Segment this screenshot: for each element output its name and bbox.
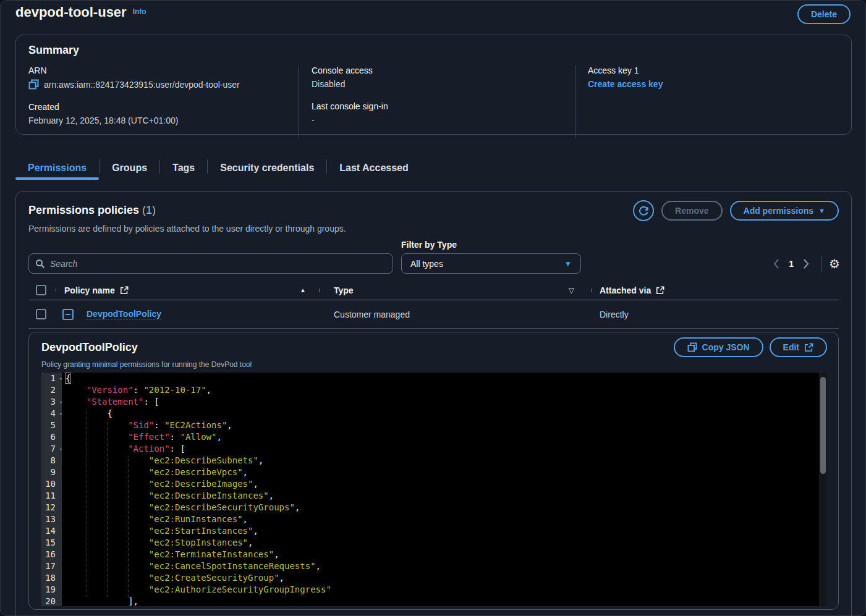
tab-tags[interactable]: Tags — [160, 156, 207, 180]
last-signin-label: Last console sign-in — [312, 101, 562, 111]
code-line: 15 "ec2:StopInstances", — [41, 537, 827, 549]
created-label: Created — [28, 102, 286, 112]
summary-col-1: ARN arn:aws:iam::824173423915:user/devpo… — [16, 65, 299, 138]
edit-label: Edit — [783, 342, 799, 352]
type-filter-value: All types — [410, 259, 443, 269]
code-line: 16 "ec2:TerminateInstances", — [41, 549, 827, 560]
indent-guide — [107, 421, 108, 597]
policies-table: Policy name ▲ Type ▽ Attached via — [28, 281, 839, 329]
console-access-value: Disabled — [312, 79, 562, 89]
type-filter-select[interactable]: All types ▼ — [401, 253, 581, 274]
page-title: devpod-tool-user — [15, 4, 127, 20]
code-line: 10 "ec2:DescribeImages", — [41, 478, 827, 490]
copy-json-label: Copy JSON — [702, 342, 750, 352]
tab-bar: PermissionsGroupsTagsSecurity credential… — [15, 156, 421, 180]
copy-json-button[interactable]: Copy JSON — [674, 337, 763, 357]
iam-user-page: devpod-tool-userInfo Delete Summary ARN … — [0, 0, 866, 616]
policy-detail-card: DevpodToolPolicy Policy granting minimal… — [28, 332, 839, 610]
code-line: 5 "Sid": "EC2Actions", — [41, 420, 827, 431]
attached-via-cell: Directly — [600, 310, 629, 319]
access-key-label: Access key 1 — [588, 65, 839, 75]
search-icon — [35, 259, 45, 269]
external-link-icon — [120, 286, 129, 295]
edit-button[interactable]: Edit — [770, 337, 827, 357]
permissions-policies-title: Permissions policies — [28, 204, 139, 216]
code-line: 17 "ec2:CancelSpotInstanceRequests", — [41, 560, 827, 572]
code-line: 3▾ "Statement": [ — [41, 396, 827, 408]
filter-by-type-label: Filter by Type — [401, 240, 457, 250]
code-line: 8 "ec2:DescribeSubnets", — [41, 455, 827, 466]
code-line: 13 "ec2:RunInstances", — [41, 513, 827, 525]
search-input[interactable] — [50, 259, 386, 269]
indent-guide — [87, 409, 87, 597]
add-permissions-button[interactable]: Add permissions ▼ — [730, 201, 839, 221]
tab-security-credentials[interactable]: Security credentials — [208, 156, 326, 180]
sort-ascending-icon[interactable]: ▲ — [300, 287, 306, 293]
tab-permissions[interactable]: Permissions — [15, 156, 99, 180]
fold-arrow-icon[interactable]: ▾ — [59, 408, 62, 420]
column-policy-name[interactable]: Policy name — [64, 285, 115, 295]
copy-arn-icon[interactable] — [28, 79, 39, 90]
column-attached-via[interactable]: Attached via — [600, 285, 651, 295]
policies-description: Permissions are defined by policies atta… — [28, 224, 346, 234]
next-page-button[interactable] — [799, 256, 813, 271]
chevron-down-icon: ▼ — [564, 259, 572, 268]
info-link[interactable]: Info — [133, 7, 146, 16]
sort-inactive-icon[interactable]: ▽ — [569, 286, 574, 295]
last-signin-value: - — [312, 115, 562, 125]
indent-guide — [128, 456, 129, 597]
scrollbar-thumb[interactable] — [820, 377, 826, 474]
console-access-label: Console access — [312, 65, 562, 75]
code-line: 12 "ec2:DescribeSecurityGroups", — [41, 502, 827, 513]
create-access-key-link[interactable]: Create access key — [588, 79, 663, 89]
code-line: 7▾ "Action": [ — [41, 443, 827, 455]
delete-button[interactable]: Delete — [797, 4, 851, 24]
code-line: 6 "Effect": "Allow", — [41, 431, 827, 443]
page-number[interactable]: 1 — [789, 259, 794, 269]
external-link-icon — [804, 343, 813, 352]
code-line: 1▾{ — [41, 373, 827, 384]
policies-count: (1) — [142, 204, 156, 216]
fold-arrow-icon[interactable]: ▾ — [59, 373, 62, 385]
refresh-icon — [639, 206, 649, 216]
summary-title: Summary — [16, 44, 851, 57]
editor-scrollbar[interactable] — [819, 373, 827, 606]
code-line: 4▾ { — [41, 408, 827, 420]
permissions-policies-card: Permissions policies (1) Permissions are… — [15, 191, 852, 616]
arn-label: ARN — [28, 65, 286, 75]
search-box[interactable] — [28, 253, 393, 274]
code-line: 14 "ec2:StartInstances", — [41, 525, 827, 537]
collapse-row-icon[interactable] — [62, 309, 74, 320]
code-line: 20 ], — [41, 596, 827, 606]
refresh-button[interactable] — [633, 200, 654, 221]
policy-detail-title: DevpodToolPolicy — [41, 341, 138, 354]
arn-value: arn:aws:iam::824173423915:user/devpod-to… — [44, 80, 240, 90]
row-checkbox[interactable] — [36, 309, 46, 319]
summary-col-3: Access key 1 Create access key — [575, 65, 851, 138]
policy-name-link[interactable]: DevpodToolPolicy — [87, 309, 161, 319]
table-header-row: Policy name ▲ Type ▽ Attached via — [28, 281, 839, 300]
remove-button[interactable]: Remove — [661, 201, 722, 221]
table-row: DevpodToolPolicy Customer managed Direct… — [28, 300, 839, 329]
fold-arrow-icon[interactable]: ▾ — [59, 397, 62, 408]
policy-type-cell: Customer managed — [334, 310, 410, 319]
preferences-gear-icon[interactable]: ⚙ — [829, 258, 840, 270]
tab-groups[interactable]: Groups — [100, 156, 159, 180]
fold-arrow-icon[interactable]: ▾ — [59, 444, 62, 455]
summary-col-2: Console access Disabled Last console sig… — [299, 65, 575, 138]
code-line: 2 "Version": "2012-10-17", — [41, 384, 827, 396]
created-value: February 12, 2025, 18:48 (UTC+01:00) — [28, 116, 286, 125]
code-line: 19 "ec2:AuthorizeSecurityGroupIngress" — [41, 584, 827, 596]
policy-json-editor[interactable]: 1▾{2 "Version": "2012-10-17",3▾ "Stateme… — [41, 373, 827, 606]
select-all-checkbox[interactable] — [36, 285, 46, 295]
previous-page-button[interactable] — [769, 256, 784, 271]
tab-last-accessed[interactable]: Last Accessed — [327, 156, 420, 180]
column-type[interactable]: Type — [334, 285, 354, 295]
chevron-down-icon: ▼ — [818, 207, 825, 214]
external-link-icon — [656, 286, 664, 295]
summary-card: Summary ARN arn:aws:iam::824173423915:us… — [15, 35, 852, 135]
code-line: 18 "ec2:CreateSecurityGroup", — [41, 572, 827, 584]
add-permissions-label: Add permissions — [744, 206, 814, 216]
copy-icon — [687, 342, 697, 352]
pager-divider — [821, 255, 821, 272]
